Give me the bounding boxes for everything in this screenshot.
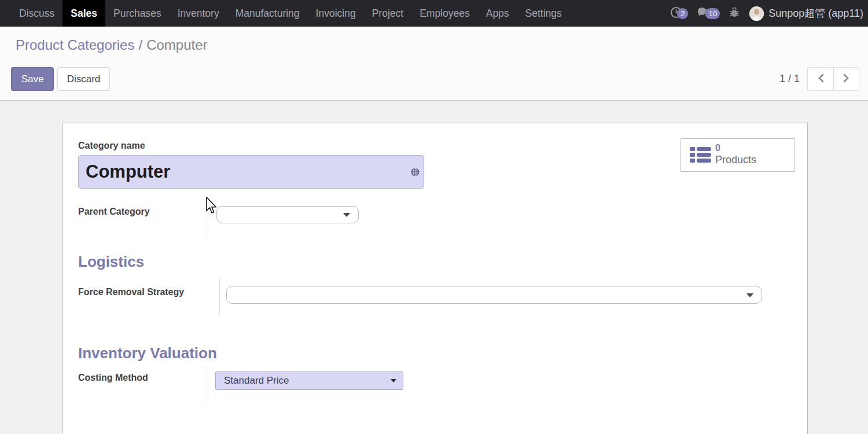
breadcrumb-current: Computer (146, 37, 207, 53)
nav-item-purchases[interactable]: Purchases (105, 0, 170, 27)
user-avatar[interactable] (749, 6, 764, 21)
field-separator (219, 278, 220, 315)
breadcrumb-parent-link[interactable]: Product Categories (16, 37, 134, 53)
save-button[interactable]: Save (11, 67, 54, 91)
field-separator (208, 366, 208, 403)
activities-button[interactable]: 2 (670, 6, 688, 21)
top-navbar: Discuss Sales Purchases Inventory Manufa… (0, 0, 868, 27)
user-menu[interactable]: Sunpop超管 (app11) (768, 6, 863, 20)
force-removal-label: Force Removal Strategy (78, 287, 184, 297)
nav-item-manufacturing[interactable]: Manufacturing (227, 0, 308, 27)
odoo-app-window: Discuss Sales Purchases Inventory Manufa… (0, 0, 868, 434)
form-sheet: 0 Products Category name Computer Parent… (62, 123, 808, 434)
dropdown-arrow-icon (746, 293, 753, 297)
main-menu: Discuss Sales Purchases Inventory Manufa… (11, 0, 570, 27)
products-count: 0 (715, 143, 720, 153)
nav-item-inventory[interactable]: Inventory (170, 0, 227, 27)
parent-category-dropdown[interactable] (216, 206, 359, 223)
logistics-section-title: Logistics (78, 253, 144, 271)
products-stat-button[interactable]: 0 Products (681, 138, 795, 172)
pager-counter: 1 / 1 (779, 67, 800, 91)
chevron-right-icon (843, 73, 850, 85)
costing-method-value: Standard Price (224, 375, 289, 387)
bug-icon (729, 6, 740, 20)
parent-category-label: Parent Category (78, 207, 150, 217)
costing-method-label: Costing Method (78, 373, 148, 383)
inventory-valuation-section-title: Inventory Valuation (78, 344, 217, 362)
mouse-cursor-icon (205, 197, 218, 218)
products-label: Products (715, 154, 756, 166)
category-name-value: Computer (86, 161, 170, 182)
pager-next-button[interactable] (833, 67, 859, 91)
systray: 2 10 Sunpop超管 (app11) (661, 6, 863, 21)
discard-button[interactable]: Discard (57, 67, 110, 91)
nav-item-invoicing[interactable]: Invoicing (308, 0, 364, 27)
select-arrow-icon (391, 379, 396, 382)
nav-item-discuss[interactable]: Discuss (11, 0, 62, 27)
category-name-label: Category name (78, 141, 145, 151)
translate-globe-icon[interactable] (411, 160, 420, 169)
chevron-left-icon (817, 73, 825, 85)
force-removal-dropdown[interactable] (226, 286, 762, 304)
nav-item-employees[interactable]: Employees (411, 0, 478, 27)
breadcrumb: Product Categories/Computer (16, 37, 208, 53)
control-panel: Product Categories/Computer Save Discard… (0, 27, 868, 101)
nav-item-sales[interactable]: Sales (62, 0, 105, 27)
category-name-input[interactable]: Computer (78, 155, 424, 189)
nav-item-settings[interactable]: Settings (517, 0, 570, 27)
costing-method-select[interactable]: Standard Price (215, 372, 403, 390)
messages-button[interactable]: 10 (697, 6, 720, 20)
message-count-badge: 10 (705, 8, 720, 19)
breadcrumb-separator: / (138, 37, 142, 53)
pager-previous-button[interactable] (807, 67, 833, 91)
pager (807, 67, 859, 91)
debug-button[interactable] (729, 6, 740, 20)
list-icon (690, 147, 711, 163)
dropdown-arrow-icon (343, 213, 350, 217)
nav-item-project[interactable]: Project (364, 0, 411, 27)
activity-count-badge: 2 (677, 8, 688, 19)
nav-item-apps[interactable]: Apps (478, 0, 517, 27)
